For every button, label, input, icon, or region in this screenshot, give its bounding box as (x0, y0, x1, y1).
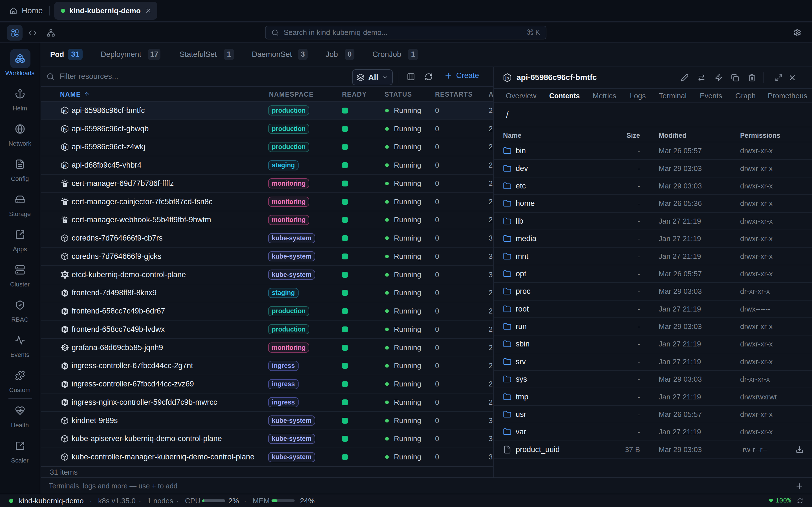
svg-text:js: js (505, 75, 509, 80)
svg-text:js: js (63, 108, 66, 113)
svg-text:js: js (63, 145, 66, 150)
svg-text:js: js (63, 126, 66, 131)
svg-text:js: js (63, 163, 66, 168)
